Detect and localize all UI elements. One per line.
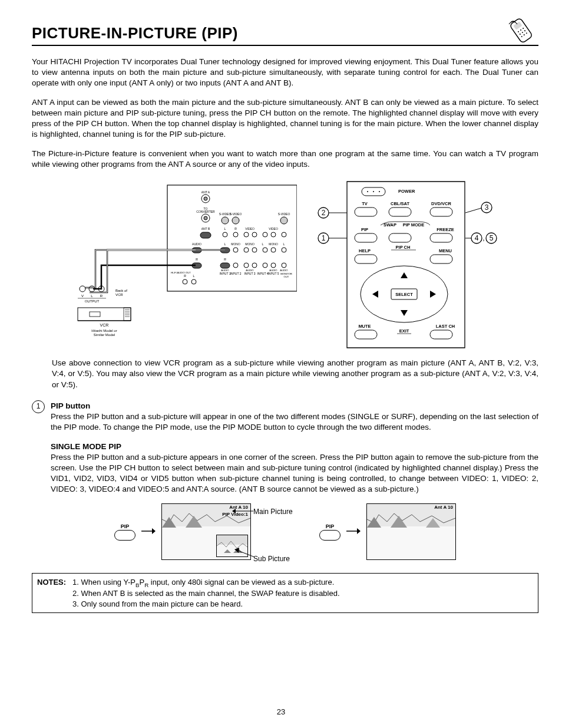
svg-text:AUDIO: AUDIO [269,269,277,272]
svg-point-111 [367,191,368,192]
single-mode-title: SINGLE MODE PIP [51,442,538,452]
label-vcr: VCR [100,323,109,327]
svg-point-29 [233,232,238,237]
svg-text:HELP: HELP [359,248,371,253]
svg-text:INPUT 3: INPUT 3 [244,272,255,275]
item-1-title: PIP button [51,401,538,411]
svg-point-31 [252,232,257,237]
svg-text:PIP MODE: PIP MODE [403,222,425,228]
svg-point-57 [263,263,267,268]
svg-point-55 [244,263,249,268]
svg-point-62 [183,279,187,284]
svg-text:S-VIDEO: S-VIDEO [278,212,290,216]
svg-text:4: 4 [475,234,479,242]
svg-point-7 [524,30,526,32]
svg-text:AUDIO: AUDIO [221,269,229,272]
svg-text:R: R [224,258,226,261]
notes-box: NOTES: 1. When using Y-PBPR input, only … [32,573,538,614]
pip-button-icon-1: PIP [114,523,135,541]
svg-marker-135 [401,272,408,278]
svg-text:MENU: MENU [439,248,452,253]
svg-marker-138 [430,291,436,298]
screen2-top-label: Ant A 10 [418,505,453,510]
svg-point-8 [521,36,523,38]
svg-point-33 [271,232,276,237]
svg-text:INPUT 1: INPUT 1 [219,272,230,275]
svg-point-45 [244,248,249,252]
intro-paragraph-2: ANT A input can be viewed as both the ma… [32,97,538,140]
svg-marker-157 [367,517,381,528]
svg-text:MONO: MONO [269,242,278,246]
note-3: 3. Only sound from the main picture can … [37,599,533,610]
header-row: PICTURE-IN-PICTURE (PIP) [32,18,538,46]
svg-point-56 [252,263,257,268]
svg-text:1: 1 [322,234,326,242]
svg-text:AUDIO: AUDIO [280,269,288,272]
svg-point-21 [222,217,229,224]
pip-button-icon-2: PIP [319,523,340,541]
svg-point-112 [373,191,374,192]
svg-rect-11 [167,185,297,291]
svg-text:MUTE: MUTE [358,324,371,329]
svg-text:AUDIO: AUDIO [246,269,254,272]
svg-marker-158 [391,516,407,528]
svg-point-13 [204,197,207,200]
svg-rect-124 [355,233,377,242]
svg-marker-152 [232,509,236,513]
svg-text:PIP CH: PIP CH [396,245,411,250]
svg-point-22 [232,217,239,224]
label-output: OUTPUT [85,299,100,303]
svg-rect-143 [355,330,377,339]
pip-sequence: PIP Ant A 10 PIP Video:1 Main Picture [32,503,538,560]
svg-point-4 [523,28,524,29]
svg-text:HI-FI AUDIO OUT: HI-FI AUDIO OUT [171,271,191,274]
screen-no-pip: Ant A 10 [366,503,456,560]
svg-text:L: L [193,274,195,278]
intro-paragraph-1: Your HITACHI Projection TV incorporates … [32,57,538,89]
svg-marker-149 [224,549,231,553]
svg-point-5 [519,34,521,35]
svg-text:INPUT 4: INPUT 4 [257,272,268,275]
item-1-number: 1 [32,400,45,413]
svg-point-44 [233,248,238,252]
svg-point-9 [523,34,525,36]
svg-point-113 [379,191,380,192]
svg-rect-1 [514,22,522,29]
svg-rect-118 [389,207,411,216]
svg-text:L: L [283,242,285,246]
svg-text:EXIT: EXIT [399,328,409,334]
svg-point-63 [191,279,196,284]
svg-point-28 [223,232,227,237]
svg-point-6 [522,32,524,34]
svg-text:Hitachi Model or: Hitachi Model or [91,329,117,332]
svg-text:PIP: PIP [361,227,368,232]
svg-marker-147 [162,517,176,528]
single-mode-text: Press the PIP button and a sub-picture a… [51,452,538,495]
svg-text:L: L [262,242,264,246]
svg-rect-132 [430,255,452,263]
remote-label-select: SELECT [395,292,413,297]
svg-text:S-VIDEO: S-VIDEO [230,212,242,216]
svg-text:5: 5 [490,234,494,242]
svg-rect-119 [430,207,452,216]
svg-text:MONO: MONO [231,242,240,246]
svg-point-34 [282,232,286,237]
svg-rect-84 [78,308,131,321]
svg-point-49 [282,248,286,252]
svg-text:2: 2 [322,209,326,217]
svg-rect-17 [200,232,211,238]
svg-text:L: L [91,294,93,298]
svg-marker-136 [401,310,408,316]
svg-text:INPUT 5: INPUT 5 [267,272,279,275]
item-1: 1 PIP button Press the PIP button and a … [32,401,538,433]
svg-text:R: R [234,227,237,230]
svg-point-32 [263,232,267,237]
svg-rect-144 [430,330,452,339]
svg-text:VIDEO: VIDEO [269,227,278,230]
svg-text:FREEZE: FREEZE [437,227,454,232]
svg-point-76 [80,286,85,292]
svg-line-153 [238,551,254,557]
svg-text:SWAP: SWAP [384,222,396,228]
svg-text:R: R [100,294,103,298]
svg-text:MONO: MONO [245,242,254,246]
